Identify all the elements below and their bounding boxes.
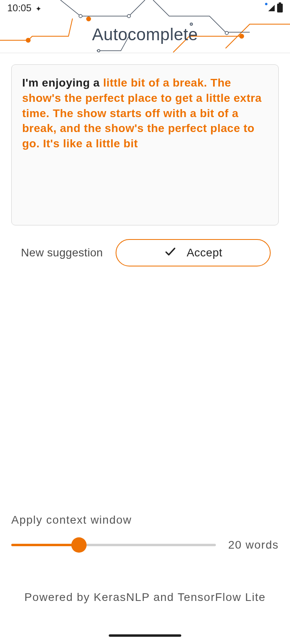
svg-point-7 (97, 50, 100, 52)
svg-point-0 (26, 38, 30, 42)
battery-icon (277, 4, 283, 12)
location-icon: ✦ (35, 4, 41, 13)
slider-thumb[interactable] (71, 537, 87, 553)
status-time: 10:05 (7, 2, 31, 14)
input-prefix-text: I'm enjoying a (22, 76, 103, 89)
accept-button[interactable]: Accept (116, 239, 271, 266)
footer-credit: Powered by KerasNLP and TensorFlow Lite (0, 591, 290, 604)
context-window-slider[interactable] (11, 544, 216, 546)
svg-point-1 (87, 17, 91, 21)
accept-button-label: Accept (186, 246, 222, 259)
slider-row: 20 words (11, 539, 279, 551)
status-bar: 10:05 ✦ (0, 0, 290, 16)
svg-point-5 (225, 31, 228, 35)
page-title: Autocomplete (92, 25, 198, 44)
status-right (263, 4, 283, 12)
main-content: I'm enjoying a little bit of a break. Th… (0, 53, 290, 278)
action-row: New suggestion Accept (11, 239, 279, 266)
nav-handle[interactable] (109, 634, 181, 637)
context-window-section: Apply context window 20 words (11, 514, 279, 551)
app-header: Autocomplete (0, 16, 290, 53)
slider-fill (11, 544, 79, 546)
status-left: 10:05 ✦ (7, 2, 41, 14)
context-window-value: 20 words (228, 539, 279, 551)
svg-point-2 (240, 34, 244, 38)
autocomplete-textarea[interactable]: I'm enjoying a little bit of a break. Th… (11, 64, 279, 225)
notification-dot-icon (265, 3, 267, 5)
cell-signal-icon (268, 5, 275, 11)
new-suggestion-button[interactable]: New suggestion (19, 240, 104, 266)
check-icon (164, 245, 177, 261)
context-window-label: Apply context window (11, 514, 279, 526)
